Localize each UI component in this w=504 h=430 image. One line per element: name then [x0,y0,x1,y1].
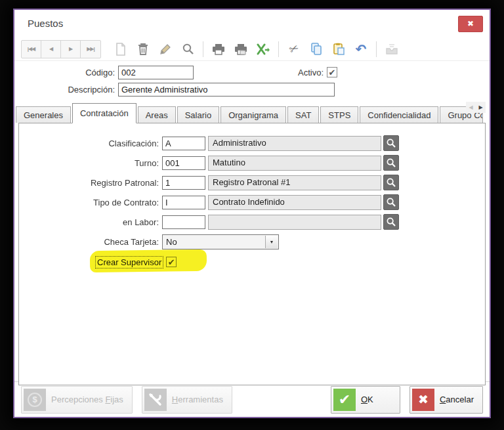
search-icon [386,177,396,188]
turno-search-button[interactable] [383,155,399,171]
previous-record-button[interactable]: ◀ [41,41,61,58]
delete-record-button[interactable] [134,40,152,58]
puestos-dialog: Puestos ✖ |◀◀ ◀ ▶ ▶▶| [13,9,491,418]
check-icon: ✔ [329,68,336,77]
herramientas-button: Herramientas [142,386,232,414]
contratacion-tab-panel: Clasificación: Administrativo Turno: Mat… [18,123,486,385]
codigo-label: Código: [14,68,118,77]
pencil-icon [159,43,171,55]
export-excel-button[interactable] [254,40,272,58]
chevron-right-icon: ▶ [478,104,482,110]
registro-patronal-row: Registro Patronal: Registro Patronal #1 [19,175,485,190]
first-record-icon: |◀◀ [28,46,35,52]
turno-description: Matutino [208,156,381,171]
crear-supervisor-label: Crear Supervisor [95,256,163,269]
activo-label: Activo: [298,68,324,77]
tab-generales[interactable]: Generales [16,106,71,123]
next-record-button[interactable]: ▶ [61,41,81,58]
tab-scroll-right-button[interactable]: ▶ [476,102,486,113]
checa-tarjeta-label: Checa Tarjeta: [19,237,162,247]
check-icon: ✔ [168,258,175,267]
turno-row: Turno: Matutino [19,155,485,171]
chevron-down-icon: ▼ [265,236,278,248]
search-record-button[interactable] [178,40,197,58]
drawer-icon [385,43,398,55]
close-icon: ✖ [467,19,474,28]
record-nav-group: |◀◀ ◀ ▶ ▶▶| [21,40,101,58]
tab-organigrama[interactable]: Organigrama [220,106,286,123]
tipo-contrato-code-input[interactable] [162,196,205,209]
tipo-contrato-label: Tipo de Contrato: [19,198,162,207]
last-record-button[interactable]: ▶▶| [81,41,100,58]
tipo-contrato-row: Tipo de Contrato: Contrato Indefinido [19,194,485,210]
registro-patronal-label: Registro Patronal: [19,178,162,188]
import-button-disabled [383,40,401,58]
toolbar: |◀◀ ◀ ▶ ▶▶| ✂ [14,37,490,61]
tab-sat[interactable]: SAT [287,106,319,123]
en-labor-search-button[interactable] [383,214,399,230]
codigo-input[interactable] [118,66,194,79]
printer-preview-icon [234,43,247,55]
copy-icon [310,43,322,55]
turno-code-input[interactable] [162,156,205,170]
tab-strip: Generales Contratación Areas Salario Org… [16,103,486,123]
print-preview-button[interactable] [232,40,250,58]
registro-patronal-description: Registro Patronal #1 [208,175,381,190]
clasificacion-code-input[interactable] [162,137,205,150]
paste-button[interactable] [329,40,348,58]
ok-check-icon: ✔ [333,389,356,411]
toolbar-separator [203,41,203,57]
next-record-icon: ▶ [69,46,72,52]
first-record-button[interactable]: |◀◀ [22,41,41,58]
clasificacion-search-button[interactable] [383,135,399,151]
cancel-x-icon: ✖ [412,389,434,411]
tipo-contrato-search-button[interactable] [383,194,399,210]
last-record-icon: ▶▶| [87,46,94,52]
printer-icon [212,43,225,55]
ok-button[interactable]: ✔ OK [331,386,400,414]
toolbar-separator [278,41,279,57]
en-labor-label: en Labor: [19,217,162,227]
trash-icon [137,43,149,56]
tab-confidencialidad[interactable]: Confidencialidad [360,106,438,123]
new-document-icon [115,43,127,56]
close-button[interactable]: ✖ [458,16,483,32]
descripcion-input[interactable] [118,83,335,97]
crear-supervisor-checkbox[interactable]: ✔ [166,257,177,267]
copy-button[interactable] [307,40,326,58]
tab-contratacion[interactable]: Contratación [72,103,136,123]
tab-scroll-left-button[interactable]: ◀ [466,102,476,113]
crear-supervisor-row: Crear Supervisor ✔ [95,253,220,270]
search-icon [182,43,194,55]
cancel-button[interactable]: ✖ Cancelar [410,386,483,414]
en-labor-code-input[interactable] [162,215,205,229]
en-labor-description [208,215,381,230]
edit-record-button[interactable] [156,40,175,58]
tab-areas[interactable]: Areas [138,106,176,123]
previous-record-icon: ◀ [49,46,52,52]
print-button[interactable] [209,40,228,58]
activo-checkbox[interactable]: ✔ [327,67,337,77]
paste-icon [333,43,345,55]
checa-tarjeta-row: Checa Tarjeta: No ▼ [19,234,485,249]
registro-patronal-code-input[interactable] [162,176,205,190]
checa-tarjeta-value: No [166,237,177,247]
clasificacion-description: Administrativo [208,136,381,151]
new-record-button[interactable] [112,40,130,58]
cancel-label: Cancelar [440,395,480,404]
ok-label: OK [361,395,380,404]
tab-stps[interactable]: STPS [320,106,358,123]
tab-salario[interactable]: Salario [177,106,219,123]
cut-button[interactable]: ✂ [285,40,303,58]
undo-button[interactable]: ↶ [352,40,370,58]
tools-icon [144,389,167,411]
turno-label: Turno: [19,158,162,168]
scissors-icon: ✂ [287,41,301,57]
tab-scroll-buttons: ◀ ▶ [466,102,486,113]
tipo-contrato-description: Contrato Indefinido [208,195,381,210]
herramientas-label: Herramientas [172,395,230,404]
checa-tarjeta-select[interactable]: No ▼ [162,234,279,249]
en-labor-row: en Labor: [19,214,485,230]
window-title: Puestos [28,18,63,29]
registro-patronal-search-button[interactable] [383,175,399,190]
